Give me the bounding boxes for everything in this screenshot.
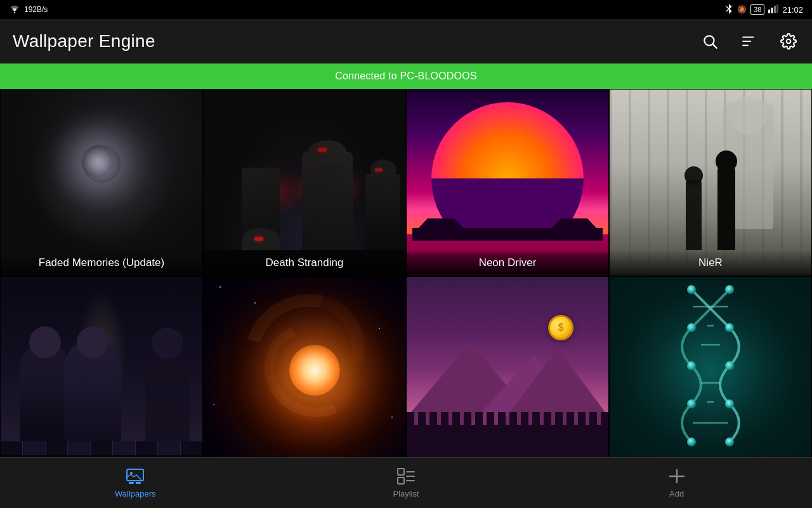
wallpaper-thumb-1 [1,90,202,276]
time-display: 21:02 [782,5,803,15]
status-bar: 192B/s 🔕 38 21:02 [0,0,812,19]
wallpaper-item-7[interactable] [406,276,609,464]
svg-point-30 [130,472,133,474]
wallpaper-thumb-6 [204,277,405,463]
nav-playlist[interactable]: Playlist [271,463,542,504]
svg-rect-31 [129,482,134,484]
wallpaper-item-5[interactable] [0,276,203,464]
wallpaper-item-1[interactable]: Faded Memories (Update) [0,89,203,276]
add-nav-icon [668,468,686,486]
status-left: 192B/s [9,4,48,15]
svg-rect-32 [136,482,141,484]
svg-rect-1 [768,10,770,13]
connection-text: Connected to PC-BLOODOOS [335,70,477,82]
top-bar-actions [699,30,799,52]
wallpaper-thumb-7 [407,277,608,463]
wallpaper-item-6[interactable] [203,276,406,464]
search-icon [702,33,718,50]
nav-add-label: Add [669,489,684,498]
settings-icon [780,33,797,50]
neon-bridge [412,215,603,241]
wallpaper-thumb-3 [407,90,608,276]
wallpaper-thumb-4 [610,90,811,276]
pixel-coin [548,315,573,340]
bottom-nav: Wallpapers Playlist Add [0,457,812,508]
nav-add[interactable]: Add [541,463,812,504]
nav-wallpapers[interactable]: Wallpapers [0,463,271,504]
svg-line-6 [713,44,717,48]
settings-button[interactable] [778,30,799,52]
wallpaper-thumb-2 [204,90,405,276]
wallpaper-label-1: Faded Memories (Update) [1,250,202,276]
search-button[interactable] [699,30,721,52]
nav-playlist-label: Playlist [393,489,419,498]
svg-rect-33 [398,469,404,475]
svg-rect-4 [776,4,778,13]
wallpaper-label-3: Neon Driver [407,250,608,276]
wallpaper-grid: Faded Memories (Update) Death Stranding [0,89,812,464]
wallpaper-label-2: Death Stranding [204,250,405,276]
wallpapers-nav-icon [126,468,145,486]
connection-banner: Connected to PC-BLOODOOS [0,64,812,89]
signal-icon [768,4,778,15]
svg-point-0 [14,11,15,13]
svg-point-10 [787,39,791,44]
silent-icon: 🔕 [737,5,747,14]
playlist-nav-icon [397,468,415,486]
nav-wallpapers-label: Wallpapers [115,489,156,498]
wallpaper-thumb-5 [1,277,202,463]
wallpaper-item-8[interactable] [609,276,812,464]
wifi-icon [9,4,20,15]
svg-rect-3 [774,6,776,13]
top-bar: Wallpaper Engine [0,19,812,64]
wallpaper-item-3[interactable]: Neon Driver [406,89,609,276]
sort-icon [741,33,757,50]
app-title: Wallpaper Engine [13,31,155,51]
wallpaper-label-4: NieR [610,250,811,276]
wallpaper-item-2[interactable]: Death Stranding [203,89,406,276]
status-right: 🔕 38 21:02 [724,3,803,17]
network-speed: 192B/s [24,5,48,14]
bluetooth-icon [724,3,733,17]
battery-level: 38 [750,4,764,15]
wallpaper-thumb-8 [610,277,811,463]
svg-rect-34 [398,478,404,484]
wallpaper-item-4[interactable]: NieR [609,89,812,276]
sort-button[interactable] [738,30,760,52]
svg-rect-2 [771,8,773,13]
